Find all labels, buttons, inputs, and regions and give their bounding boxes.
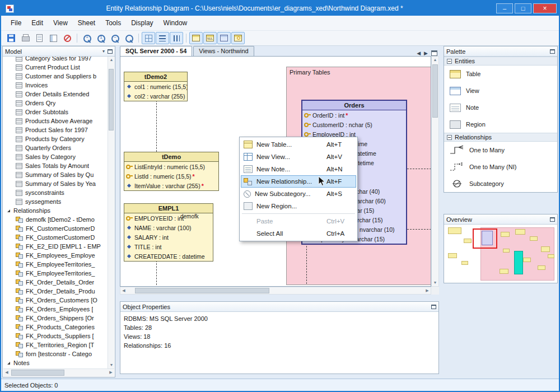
tree-item-view[interactable]: Sales Totals by Amount xyxy=(3,161,108,170)
menu-new-region[interactable]: New Region... xyxy=(241,200,356,212)
table-title[interactable]: tDemo xyxy=(124,152,218,162)
menu-item[interactable]: Edit xyxy=(26,16,48,30)
table-column-row[interactable]: CustomerID : nchar (5) xyxy=(302,120,406,129)
tree-item-relationship[interactable]: demofk [tDemo2 - tDemo xyxy=(3,215,108,224)
show-table-names-button[interactable] xyxy=(189,32,203,44)
palette-item-one-to-many-ni[interactable]: One to Many (NI) xyxy=(444,158,557,175)
canvas-vertical-scrollbar[interactable]: ▲ ▼ xyxy=(431,56,439,287)
expand-arrow-icon[interactable] xyxy=(7,209,10,212)
show-datatypes-button[interactable] xyxy=(217,32,231,44)
page-setup-button[interactable] xyxy=(46,32,60,44)
tree-item-view[interactable]: Summary of Sales by Qu xyxy=(3,170,108,179)
table-column-row[interactable]: col2 : varchar (255) xyxy=(124,91,187,101)
abort-button[interactable] xyxy=(60,32,74,44)
tree-item-relationship[interactable]: FK_Orders_Customers [O xyxy=(3,296,108,305)
table-column-row[interactable]: OrderID : int * xyxy=(302,110,406,120)
scroll-down-icon[interactable]: ▼ xyxy=(108,362,115,368)
palette-item-table[interactable]: Table xyxy=(444,66,557,82)
overview-minimap[interactable] xyxy=(445,225,557,283)
sheet-list-icon[interactable] xyxy=(431,50,437,56)
minimize-button[interactable]: – xyxy=(496,3,513,13)
scrollbar-thumb[interactable] xyxy=(11,370,64,376)
menu-new-view[interactable]: New View... Alt+V xyxy=(241,151,356,163)
tree-item-relationship[interactable]: FK_Products_Categories xyxy=(3,323,108,332)
next-sheet-icon[interactable]: ▶ xyxy=(424,50,428,56)
tree-node-relationships[interactable]: Relationships xyxy=(3,206,108,215)
tree-item-relationship[interactable]: FK_CustomerCustomerD xyxy=(3,224,108,233)
tree-item-view[interactable]: Order Details Extended xyxy=(3,90,108,99)
expand-arrow-icon[interactable] xyxy=(7,362,10,365)
tree-item-relationship[interactable]: FK_Order_Details_Produ xyxy=(3,287,108,296)
tree-vertical-scrollbar[interactable]: ▲ ▼ xyxy=(108,57,114,368)
palette-section-relationships[interactable]: Relationships xyxy=(444,133,557,142)
print-preview-button[interactable] xyxy=(32,32,46,44)
scroll-up-icon[interactable]: ▲ xyxy=(108,57,115,63)
scrollbar-thumb[interactable] xyxy=(109,69,114,130)
tree-item-view[interactable]: Order Subtotals xyxy=(3,108,108,116)
tree-node-notes[interactable]: Notes xyxy=(3,358,108,367)
tree-item-relationship[interactable]: FK_Territories_Region [T xyxy=(3,340,108,349)
tree-horizontal-scrollbar[interactable]: ◀ ▶ xyxy=(3,368,114,376)
tab-sql-server-2000[interactable]: SQL Server 2000 - 54 xyxy=(120,46,192,56)
menu-item[interactable]: Sheet xyxy=(73,16,100,30)
table-column-row[interactable]: CREATEDDATE : datetime xyxy=(124,251,213,261)
table-tdemo2[interactable]: tDemo2 col1 : numeric (15,5) col2 : varc… xyxy=(124,72,188,101)
scroll-left-icon[interactable]: ◀ xyxy=(120,287,127,294)
table-column-row[interactable]: ListEntryId : numeric (15,5) xyxy=(124,162,218,171)
scrollbar-thumb[interactable] xyxy=(432,64,438,118)
canvas-horizontal-scrollbar[interactable]: ◀ ▶ xyxy=(120,287,431,295)
tree-item-relationship[interactable]: FK_EmployeeTerritories_ xyxy=(3,260,108,269)
tree-item-relationship[interactable]: FK_Employees_Employe xyxy=(3,251,108,260)
menu-select-all[interactable]: Select All Ctrl+A xyxy=(241,227,356,240)
print-button[interactable] xyxy=(18,32,32,44)
toggle-grid-button[interactable] xyxy=(142,32,155,44)
table-column-row[interactable]: col1 : numeric (15,5) xyxy=(124,82,187,91)
table-column-row[interactable]: ListId : numeric (15,5) * xyxy=(124,171,218,181)
relationship-line[interactable] xyxy=(407,169,431,169)
tree-item-view[interactable]: Products by Category xyxy=(3,134,108,143)
tree-item-view[interactable]: Customer and Suppliers b xyxy=(3,72,108,81)
show-keys-button[interactable] xyxy=(231,32,245,44)
tree-item-view[interactable]: Current Product List xyxy=(3,63,108,72)
menu-new-subcategory[interactable]: New Subcategory... Alt+S xyxy=(241,188,356,200)
tree-item-view[interactable]: Products Above Average xyxy=(3,116,108,125)
table-column-row[interactable]: SALARY : int xyxy=(124,232,213,242)
tree-item-view[interactable]: Invoices xyxy=(3,81,108,90)
tree-item-view[interactable]: syssegments xyxy=(3,197,108,206)
zoom-out-button[interactable] xyxy=(108,32,122,44)
palette-item-view[interactable]: View xyxy=(444,82,557,99)
table-title[interactable]: Orders xyxy=(302,101,406,110)
palette-item-one-to-many[interactable]: One to Many xyxy=(444,142,557,158)
close-button[interactable]: × xyxy=(533,3,557,13)
table-column-row[interactable]: EMPLOYEEID : int xyxy=(124,213,213,223)
maximize-button[interactable]: □ xyxy=(515,3,531,13)
scroll-left-icon[interactable]: ◀ xyxy=(3,369,10,376)
tab-views-northwind[interactable]: Views - Northwind xyxy=(193,46,254,56)
relationship-line[interactable] xyxy=(407,229,431,230)
scroll-right-icon[interactable]: ▶ xyxy=(424,287,431,294)
save-button[interactable] xyxy=(4,32,18,44)
menu-item[interactable]: View xyxy=(48,16,73,30)
tree-item-relationship[interactable]: FK_Products_Suppliers [ xyxy=(3,332,108,340)
menu-new-table[interactable]: New Table... Alt+T xyxy=(241,138,356,151)
float-panel-icon[interactable] xyxy=(550,49,555,54)
zoom-fit-button[interactable] xyxy=(122,32,136,44)
palette-item-note[interactable]: Note xyxy=(444,99,557,116)
scrollbar-thumb[interactable] xyxy=(135,288,269,293)
tree-item-view[interactable]: Product Sales for 1997 xyxy=(3,125,108,134)
tree-item-view[interactable]: Category Sales for 1997 xyxy=(3,57,108,63)
tree-item-relationship[interactable]: FK_Orders_Shippers [Or xyxy=(3,314,108,323)
tree-item-relationship[interactable]: forn [testconstr - Catego xyxy=(3,349,108,358)
tree-item-view[interactable]: Orders Qry xyxy=(3,99,108,108)
tree-item-view[interactable]: Summary of Sales by Yea xyxy=(3,179,108,188)
float-panel-icon[interactable] xyxy=(550,217,555,222)
menu-item[interactable]: Display xyxy=(126,16,158,30)
scroll-right-icon[interactable]: ▶ xyxy=(108,369,114,376)
tree-item-relationship[interactable]: FK_EmployeeTerritories_ xyxy=(3,269,108,278)
prev-sheet-icon[interactable]: ◀ xyxy=(417,50,421,56)
table-column-row[interactable]: NAME : varchar (100) xyxy=(124,223,213,232)
scroll-down-icon[interactable]: ▼ xyxy=(432,279,438,286)
float-panel-icon[interactable] xyxy=(108,49,113,54)
menu-item[interactable]: Tools xyxy=(100,16,126,30)
tree-item-relationship[interactable]: FK_E2_EID [EMPL1 - EMP xyxy=(3,242,108,251)
